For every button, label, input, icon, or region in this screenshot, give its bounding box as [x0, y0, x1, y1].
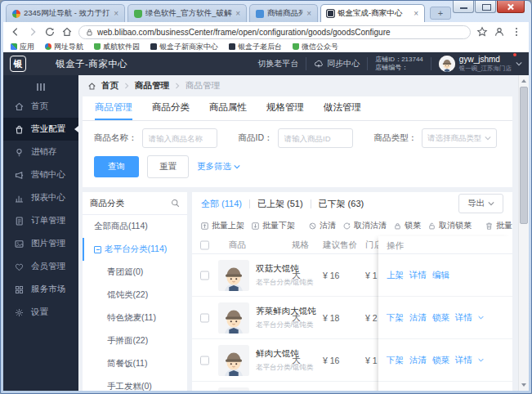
collapse-minus-icon[interactable]	[94, 246, 101, 253]
bookmark-apps[interactable]: 应用	[11, 42, 34, 52]
home-icon[interactable]	[61, 26, 73, 38]
sidebar-item-orders[interactable]: 订单管理	[3, 209, 78, 232]
batch-delete-button[interactable]: 批量删除	[485, 220, 512, 231]
col-store-price: 门店售价	[365, 240, 379, 251]
browser-tab-strip: 2345网址导航 - 致力于打造百年 × 绿色软件_官方软件_破解软件_行 × …	[6, 4, 451, 22]
box-arrow-down-icon	[251, 222, 260, 231]
action-detail[interactable]: 详情	[455, 312, 472, 324]
category-old-platform[interactable]: 老平台分类(114)	[83, 238, 187, 261]
bookmark-new-center[interactable]: 银盒子新商家中心	[150, 42, 218, 52]
breadcrumb-home[interactable]: 首页	[101, 80, 118, 92]
sidebar-item-home[interactable]: 首页	[3, 95, 78, 118]
more-actions-chevron-icon[interactable]	[478, 357, 484, 363]
app-logo[interactable]: 银	[10, 56, 26, 72]
action-lock[interactable]: 锁菜	[432, 355, 449, 366]
sync-center-link[interactable]: 同步中心	[314, 58, 360, 69]
maximize-button[interactable]	[475, 1, 496, 13]
browser-tab-3[interactable]: 商铺商品列表 ×	[249, 4, 318, 22]
action-lock[interactable]: 锁菜	[432, 312, 449, 324]
action-onshelf[interactable]: 上架	[387, 270, 404, 281]
row-checkbox[interactable]	[200, 356, 209, 365]
bookmark-software[interactable]: 威航软件园	[94, 42, 140, 52]
scroll-down-arrow-icon[interactable]	[519, 380, 529, 390]
search-icon[interactable]	[171, 199, 180, 208]
row-checkbox[interactable]	[200, 271, 209, 280]
page-scrollbar[interactable]	[518, 75, 529, 391]
batch-onshelf-button[interactable]: 批量上架	[200, 220, 244, 231]
menu-dots-icon[interactable]	[511, 26, 522, 38]
status-tab-offshelf[interactable]: 已下架 (63)	[319, 198, 364, 210]
sidebar-item-marketing[interactable]: 营销中心	[3, 163, 78, 186]
select-all-checkbox[interactable]	[200, 240, 209, 249]
scrollbar-thumb[interactable]	[520, 87, 528, 224]
user-menu[interactable]: gyw_jshmd 银一碗_江苏海门店	[439, 55, 522, 73]
action-offshelf[interactable]: 下架	[387, 312, 404, 324]
tab-close-icon[interactable]: ×	[235, 10, 240, 18]
search-button[interactable]: 查询	[94, 156, 139, 177]
goods-name-input[interactable]	[142, 128, 217, 148]
goods-id-input[interactable]	[278, 128, 353, 148]
scroll-up-arrow-icon[interactable]	[519, 76, 529, 86]
sidebar-item-business-config[interactable]: 营业配置	[3, 118, 78, 141]
browser-tab-1[interactable]: 2345网址导航 - 致力于打造百年 ×	[6, 4, 125, 22]
reload-icon[interactable]	[44, 26, 56, 38]
action-detail[interactable]: 详情	[409, 270, 427, 281]
more-actions-chevron-icon[interactable]	[478, 315, 484, 320]
cancel-lock-dish-button[interactable]: 取消锁菜	[427, 220, 472, 231]
sidebar-collapse-icon[interactable]	[3, 78, 78, 95]
tab-close-icon[interactable]: ×	[414, 10, 418, 18]
tab-goods-manage[interactable]: 商品管理	[95, 96, 132, 120]
breadcrumb-level1[interactable]: 商品管理	[135, 80, 169, 92]
row-checkbox[interactable]	[200, 313, 209, 322]
action-edit[interactable]: 编辑	[432, 270, 449, 281]
action-soldout[interactable]: 沽清	[409, 355, 427, 366]
sidebar-item-reports[interactable]: 报表中心	[3, 186, 78, 209]
address-bar[interactable]: web.blibao.com/businessCenter/frame/open…	[78, 25, 471, 39]
more-filters-link[interactable]: 更多筛选	[197, 161, 240, 172]
soldout-button[interactable]: 沽清	[308, 220, 336, 231]
action-detail[interactable]: 详情	[455, 355, 472, 366]
tab-goods-attribute[interactable]: 商品属性	[209, 96, 247, 120]
tab-close-icon[interactable]: ×	[114, 10, 118, 18]
batch-offshelf-button[interactable]: 批量下架	[251, 220, 295, 231]
sidebar-item-inventory[interactable]: 进销存	[3, 141, 78, 163]
category-item[interactable]: 青团篇(0)	[83, 261, 187, 284]
action-soldout[interactable]: 沽清	[409, 312, 427, 324]
tab-goods-category[interactable]: 商品分类	[152, 96, 190, 120]
status-tab-onshelf[interactable]: 已上架 (51)	[257, 198, 303, 210]
category-all[interactable]: 全部商品(114)	[83, 215, 187, 238]
new-tab-button[interactable]: +	[430, 7, 451, 20]
browser-tab-4-active[interactable]: 银盒宝成-商家中心 ×	[320, 4, 425, 22]
goods-type-select[interactable]: 请选择商品类型	[422, 128, 497, 148]
bookmark-old-backend[interactable]: 银盒子老后台	[229, 42, 282, 52]
tab-spec-manage[interactable]: 规格管理	[266, 96, 304, 120]
bookmark-star-icon[interactable]	[476, 26, 488, 38]
sidebar-item-market[interactable]: 服务市场	[3, 278, 78, 301]
action-offshelf[interactable]: 下架	[387, 355, 404, 366]
export-button[interactable]: 导出	[458, 194, 503, 213]
category-item[interactable]: 手擀面(22)	[83, 329, 187, 352]
category-item[interactable]: 特色烧麦(11)	[83, 307, 187, 329]
cancel-soldout-button[interactable]: 取消沽清	[342, 220, 387, 231]
category-item[interactable]: 馄饨类(22)	[83, 284, 187, 307]
bookmark-wechat[interactable]: 微信公众号	[293, 42, 338, 52]
switch-platform-link[interactable]: 切换老平台	[257, 58, 298, 69]
status-tab-all[interactable]: 全部 (114)	[201, 198, 242, 210]
bookmark-nav[interactable]: 网址导航	[45, 42, 83, 52]
reset-button[interactable]: 重置	[147, 155, 189, 178]
tab-method-manage[interactable]: 做法管理	[324, 96, 361, 120]
tab-close-icon[interactable]: ×	[306, 10, 311, 18]
minimize-button[interactable]	[453, 1, 474, 13]
lock-dish-button[interactable]: 锁菜	[393, 220, 421, 231]
profile-icon[interactable]	[494, 26, 505, 38]
sidebar-item-settings[interactable]: 设置	[3, 301, 78, 324]
sidebar-item-images[interactable]: 图片管理	[3, 232, 78, 255]
category-item[interactable]: 手工发糕(0)	[83, 375, 187, 391]
browser-tab-2[interactable]: 绿色软件_官方软件_破解软件_行 ×	[127, 4, 247, 22]
sidebar-item-members[interactable]: 会员管理	[3, 255, 78, 278]
username: gyw_jshmd	[459, 55, 512, 65]
back-icon[interactable]	[10, 26, 21, 38]
forward-icon[interactable]	[27, 26, 38, 38]
close-window-button[interactable]	[497, 1, 525, 13]
category-item[interactable]: 简餐饭(11)	[83, 352, 187, 375]
